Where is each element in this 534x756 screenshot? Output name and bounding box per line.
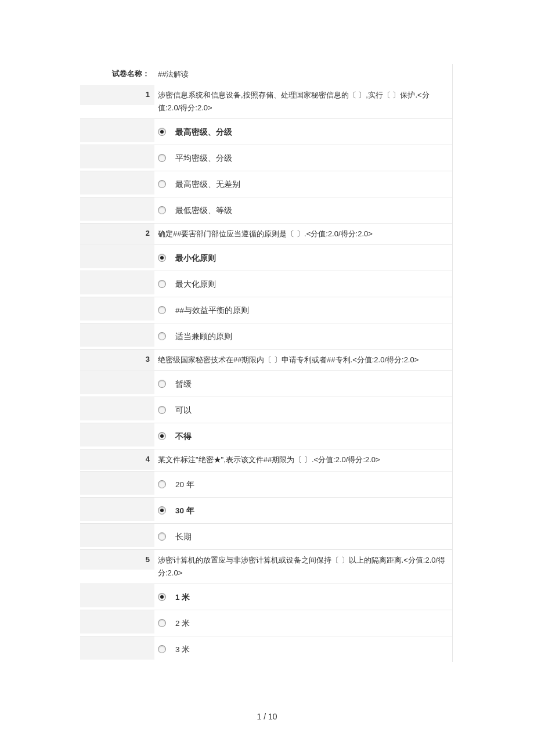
option-gutter: [80, 171, 154, 195]
option-row: 暂缓: [80, 370, 452, 397]
option-label: 最低密级、等级: [175, 204, 232, 216]
option-row: 可以: [80, 397, 452, 423]
option-row: ##与效益平衡的原则: [80, 297, 452, 323]
radio-button[interactable]: [158, 506, 166, 514]
option-body: 最小化原则: [154, 245, 452, 271]
radio-button[interactable]: [158, 254, 166, 262]
option-body: 2 米: [154, 610, 452, 636]
radio-button[interactable]: [158, 280, 166, 288]
questions-container: 1涉密信息系统和信息设备,按照存储、处理国家秘密信息的〔 〕,实行〔 〕保护.<…: [80, 85, 452, 662]
radio-button[interactable]: [158, 180, 166, 188]
option-row: 3 米: [80, 636, 452, 662]
question-row: 3绝密级国家秘密技术在##期限内〔 〕申请专利或者##专利.<分值:2.0/得分…: [80, 349, 452, 370]
radio-button[interactable]: [158, 154, 166, 162]
radio-button[interactable]: [158, 380, 166, 388]
radio-button[interactable]: [158, 432, 166, 440]
question-text: 确定##要害部门部位应当遵循的原则是〔 〕.<分值:2.0/得分:2.0>: [154, 224, 452, 244]
question-number: 4: [80, 449, 154, 470]
option-label: 30 年: [175, 505, 194, 516]
question-text: 涉密信息系统和信息设备,按照存储、处理国家秘密信息的〔 〕,实行〔 〕保护.<分…: [154, 85, 452, 118]
question-text: 某文件标注"绝密★",表示该文件##期限为〔 〕.<分值:2.0/得分:2.0>: [154, 449, 452, 470]
option-body: 最高密级、无差别: [154, 171, 452, 197]
option-label: 20 年: [175, 478, 194, 490]
option-label: 1 米: [175, 591, 190, 603]
option-label: 3 米: [175, 643, 190, 655]
option-body: ##与效益平衡的原则: [154, 297, 452, 323]
option-label: 2 米: [175, 617, 190, 629]
option-row: 适当兼顾的原则: [80, 323, 452, 349]
option-row: 最大化原则: [80, 271, 452, 297]
option-gutter: [80, 323, 154, 347]
option-body: 20 年: [154, 471, 452, 497]
question-row: 4某文件标注"绝密★",表示该文件##期限为〔 〕.<分值:2.0/得分:2.0…: [80, 449, 452, 470]
document-page: 试卷名称： ##法解读 1涉密信息系统和信息设备,按照存储、处理国家秘密信息的〔…: [0, 0, 534, 756]
option-gutter: [80, 471, 154, 495]
question-row: 1涉密信息系统和信息设备,按照存储、处理国家秘密信息的〔 〕,实行〔 〕保护.<…: [80, 85, 452, 118]
option-body: 暂缓: [154, 371, 452, 397]
option-gutter: [80, 245, 154, 268]
option-body: 平均密级、分级: [154, 145, 452, 171]
question-text: 涉密计算机的放置应与非涉密计算机或设备之间保持〔 〕以上的隔离距离.<分值:2.…: [154, 550, 452, 584]
option-gutter: [80, 584, 154, 607]
question-number: 3: [80, 350, 154, 370]
option-gutter: [80, 423, 154, 447]
option-label: 平均密级、分级: [175, 152, 232, 164]
option-row: 平均密级、分级: [80, 145, 452, 171]
option-row: 长期: [80, 523, 452, 549]
radio-button[interactable]: [158, 645, 166, 653]
radio-button[interactable]: [158, 306, 166, 314]
question-number: 1: [80, 85, 154, 105]
radio-button[interactable]: [158, 332, 166, 340]
radio-button[interactable]: [158, 532, 166, 541]
radio-button[interactable]: [158, 619, 166, 627]
question-row: 2确定##要害部门部位应当遵循的原则是〔 〕.<分值:2.0/得分:2.0>: [80, 223, 452, 244]
option-label: 暂缓: [175, 378, 192, 390]
title-row: 试卷名称： ##法解读: [80, 64, 452, 85]
option-row: 30 年: [80, 497, 452, 523]
option-gutter: [80, 197, 154, 221]
option-label: 可以: [175, 404, 192, 416]
option-body: 3 米: [154, 636, 452, 662]
option-gutter: [80, 271, 154, 294]
option-gutter: [80, 119, 154, 142]
option-body: 不得: [154, 423, 452, 449]
question-row: 5涉密计算机的放置应与非涉密计算机或设备之间保持〔 〕以上的隔离距离.<分值:2…: [80, 549, 452, 584]
option-body: 适当兼顾的原则: [154, 323, 452, 349]
option-label: 不得: [175, 430, 192, 442]
option-row: 最高密级、分级: [80, 118, 452, 145]
question-number: 5: [80, 550, 154, 570]
option-gutter: [80, 397, 154, 420]
title-value: ##法解读: [154, 64, 452, 85]
radio-button[interactable]: [158, 128, 166, 136]
option-label: 最高密级、无差别: [175, 178, 240, 190]
option-gutter: [80, 524, 154, 547]
option-gutter: [80, 610, 154, 633]
option-body: 可以: [154, 397, 452, 423]
option-label: 长期: [175, 531, 192, 542]
option-gutter: [80, 145, 154, 168]
option-row: 20 年: [80, 471, 452, 497]
option-row: 2 米: [80, 610, 452, 636]
option-row: 不得: [80, 423, 452, 449]
option-gutter: [80, 498, 154, 521]
option-body: 1 米: [154, 584, 452, 610]
option-body: 长期: [154, 524, 452, 549]
radio-button[interactable]: [158, 406, 166, 414]
option-row: 最高密级、无差别: [80, 171, 452, 197]
option-label: ##与效益平衡的原则: [175, 304, 249, 316]
option-row: 最低密级、等级: [80, 197, 452, 223]
option-gutter: [80, 636, 154, 660]
question-text: 绝密级国家秘密技术在##期限内〔 〕申请专利或者##专利.<分值:2.0/得分:…: [154, 350, 452, 370]
radio-button[interactable]: [158, 480, 166, 488]
option-label: 最高密级、分级: [175, 126, 232, 138]
question-number: 2: [80, 224, 154, 244]
option-gutter: [80, 297, 154, 321]
radio-button[interactable]: [158, 593, 166, 601]
option-body: 30 年: [154, 498, 452, 523]
radio-button[interactable]: [158, 206, 166, 214]
option-body: 最高密级、分级: [154, 119, 452, 145]
option-row: 最小化原则: [80, 244, 452, 271]
exam-content: 试卷名称： ##法解读 1涉密信息系统和信息设备,按照存储、处理国家秘密信息的〔…: [80, 64, 453, 662]
page-indicator: 1 / 10: [0, 712, 534, 721]
option-body: 最低密级、等级: [154, 197, 452, 223]
